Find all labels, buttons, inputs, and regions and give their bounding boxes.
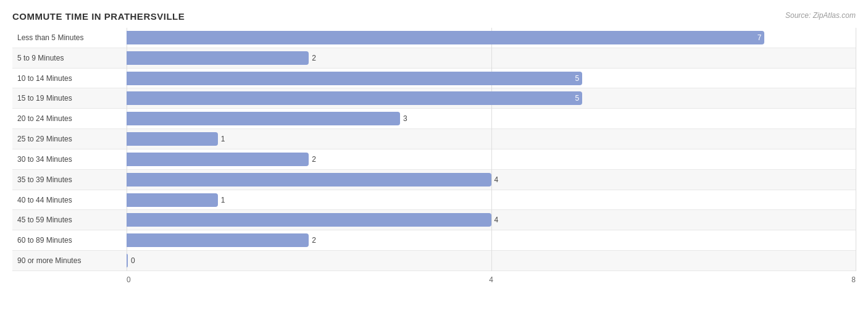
bar-value: 2 bbox=[312, 54, 316, 62]
bar-track: 3 bbox=[127, 112, 856, 125]
bar-track: 1 bbox=[127, 193, 856, 207]
bar-track: 2 bbox=[127, 51, 856, 65]
bar-track: 2 bbox=[127, 233, 856, 247]
bar-fill bbox=[127, 233, 309, 247]
bar-label: 45 to 59 Minutes bbox=[12, 216, 127, 224]
bar-track: 4 bbox=[127, 173, 856, 187]
bar-value: 4 bbox=[495, 216, 499, 224]
bar-fill bbox=[127, 193, 218, 207]
bar-label: 30 to 34 Minutes bbox=[12, 155, 127, 164]
bar-fill bbox=[127, 254, 128, 267]
x-axis-label: 4 bbox=[489, 275, 493, 284]
bar-label: 60 to 89 Minutes bbox=[12, 236, 127, 245]
bar-label: 40 to 44 Minutes bbox=[12, 196, 127, 204]
x-axis-labels: 048 bbox=[127, 274, 856, 284]
bar-label: 20 to 24 Minutes bbox=[12, 114, 127, 123]
bar-value: 2 bbox=[312, 236, 316, 245]
bar-label: 90 or more Minutes bbox=[12, 256, 127, 265]
bar-row: 25 to 29 Minutes1 bbox=[12, 129, 856, 149]
bar-fill bbox=[127, 132, 218, 146]
bar-value: 1 bbox=[221, 196, 225, 204]
bar-track: 5 bbox=[127, 91, 856, 105]
bars-section: Less than 5 Minutes75 to 9 Minutes210 to… bbox=[12, 28, 856, 271]
bar-track: 7 bbox=[127, 31, 856, 44]
bar-row: 15 to 19 Minutes5 bbox=[12, 88, 856, 109]
bar-fill bbox=[127, 51, 309, 65]
bar-fill: 7 bbox=[127, 31, 764, 44]
bar-label: 35 to 39 Minutes bbox=[12, 175, 127, 184]
gridline bbox=[856, 28, 856, 271]
bar-row: 20 to 24 Minutes3 bbox=[12, 109, 856, 129]
bar-value: 2 bbox=[312, 155, 316, 164]
bar-label: Less than 5 Minutes bbox=[12, 33, 127, 42]
bar-track: 5 bbox=[127, 72, 856, 85]
chart-title: COMMUTE TIME IN PRATHERSVILLE bbox=[12, 11, 856, 22]
bar-row: 30 to 34 Minutes2 bbox=[12, 149, 856, 170]
bar-row: 60 to 89 Minutes2 bbox=[12, 230, 856, 251]
bar-value: 5 bbox=[575, 94, 579, 103]
bar-value: 3 bbox=[403, 114, 407, 123]
bar-value: 0 bbox=[131, 256, 135, 265]
bar-value: 1 bbox=[221, 135, 225, 143]
bar-row: 5 to 9 Minutes2 bbox=[12, 48, 856, 69]
x-axis: 048 bbox=[12, 274, 856, 284]
bar-row: Less than 5 Minutes7 bbox=[12, 28, 856, 48]
bar-fill: 5 bbox=[127, 91, 582, 105]
bar-label: 25 to 29 Minutes bbox=[12, 135, 127, 143]
x-axis-label: 0 bbox=[127, 275, 131, 284]
bar-fill bbox=[127, 173, 491, 187]
bar-value: 4 bbox=[495, 175, 499, 184]
bar-track: 0 bbox=[127, 254, 856, 267]
bar-fill bbox=[127, 213, 491, 227]
bar-fill bbox=[127, 153, 309, 166]
bar-track: 4 bbox=[127, 213, 856, 227]
bar-fill: 5 bbox=[127, 72, 582, 85]
chart-container: COMMUTE TIME IN PRATHERSVILLE Source: Zi… bbox=[0, 0, 868, 323]
x-axis-label: 8 bbox=[851, 275, 856, 284]
bar-row: 45 to 59 Minutes4 bbox=[12, 210, 856, 230]
chart-area: Less than 5 Minutes75 to 9 Minutes210 to… bbox=[12, 28, 856, 284]
bar-track: 2 bbox=[127, 153, 856, 166]
bar-track: 1 bbox=[127, 132, 856, 146]
bar-row: 35 to 39 Minutes4 bbox=[12, 170, 856, 190]
bar-label: 5 to 9 Minutes bbox=[12, 54, 127, 62]
bar-label: 15 to 19 Minutes bbox=[12, 94, 127, 103]
bar-row: 10 to 14 Minutes5 bbox=[12, 69, 856, 89]
bar-row: 40 to 44 Minutes1 bbox=[12, 190, 856, 211]
bar-row: 90 or more Minutes0 bbox=[12, 251, 856, 271]
bar-value: 7 bbox=[757, 33, 762, 42]
source-text: Source: ZipAtlas.com bbox=[785, 11, 856, 20]
bar-value: 5 bbox=[575, 74, 579, 83]
bar-fill bbox=[127, 112, 400, 125]
bar-label: 10 to 14 Minutes bbox=[12, 74, 127, 83]
